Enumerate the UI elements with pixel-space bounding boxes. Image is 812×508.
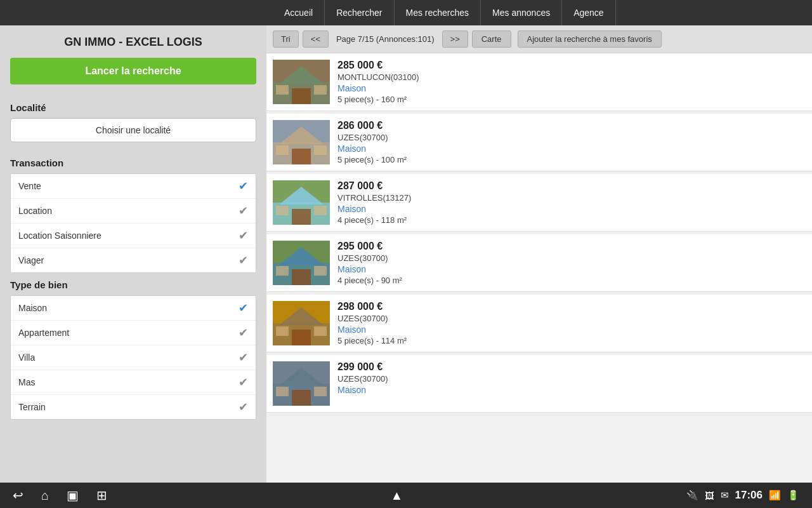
transaction-viager[interactable]: Viager ✔ bbox=[11, 248, 256, 272]
battery-icon: 🔋 bbox=[787, 490, 799, 501]
localite-button[interactable]: Choisir une localité bbox=[10, 118, 256, 142]
favoris-button[interactable]: Ajouter la recherche à mes favoris bbox=[518, 30, 662, 48]
type-villa-label: Villa bbox=[18, 352, 35, 363]
qr-icon[interactable]: ⊞ bbox=[96, 488, 107, 503]
svg-rect-15 bbox=[292, 209, 311, 225]
location-saisonniere-check-icon: ✔ bbox=[239, 229, 248, 243]
type-appartement[interactable]: Appartement ✔ bbox=[11, 321, 256, 345]
listing-location: VITROLLES(13127) bbox=[337, 193, 806, 203]
listing-type: Maison bbox=[337, 324, 806, 335]
listing-item[interactable]: 285 000 € MONTLUCON(03100) Maison 5 piec… bbox=[266, 53, 812, 111]
listing-details: 5 piece(s) - 100 m² bbox=[337, 155, 806, 164]
transaction-viager-label: Viager bbox=[18, 255, 44, 265]
type-maison-label: Maison bbox=[18, 303, 47, 313]
svg-rect-23 bbox=[314, 266, 327, 276]
svg-rect-22 bbox=[276, 266, 289, 276]
svg-rect-28 bbox=[276, 326, 289, 336]
listing-details: 5 piece(s) - 160 m² bbox=[337, 95, 806, 104]
nav-agence[interactable]: Agence bbox=[562, 0, 615, 25]
sidebar: GN IMMO - EXCEL LOGIS Lancer la recherch… bbox=[0, 25, 266, 483]
transaction-vente[interactable]: Vente ✔ bbox=[11, 174, 256, 199]
type-appartement-label: Appartement bbox=[18, 328, 69, 338]
listing-info: 299 000 € UZES(30700) Maison bbox=[337, 361, 806, 396]
villa-check-icon: ✔ bbox=[239, 351, 248, 364]
type-label: Type de bien bbox=[10, 279, 256, 290]
svg-rect-4 bbox=[276, 85, 289, 95]
listing-thumbnail bbox=[273, 301, 330, 345]
back-icon[interactable]: ↩ bbox=[13, 488, 23, 503]
prev-button[interactable]: << bbox=[303, 30, 329, 48]
listing-info: 298 000 € UZES(30700) Maison 5 piece(s) … bbox=[337, 301, 806, 345]
listing-item[interactable]: 295 000 € UZES(30700) Maison 4 piece(s) … bbox=[266, 234, 812, 292]
listing-item[interactable]: 286 000 € UZES(30700) Maison 5 piece(s) … bbox=[266, 114, 812, 171]
listings-container: 285 000 € MONTLUCON(03100) Maison 5 piec… bbox=[266, 53, 812, 483]
listing-details: 4 piece(s) - 90 m² bbox=[337, 276, 806, 285]
type-maison[interactable]: Maison ✔ bbox=[11, 296, 256, 321]
listing-type: Maison bbox=[337, 385, 806, 395]
listing-thumbnail bbox=[273, 241, 330, 285]
clock: 17:06 bbox=[735, 489, 763, 502]
bottom-nav-icons: ↩ ⌂ ▣ ⊞ bbox=[13, 488, 107, 503]
listing-details: 5 piece(s) - 114 m² bbox=[337, 336, 806, 345]
next-button[interactable]: >> bbox=[442, 30, 468, 48]
listing-type: Maison bbox=[337, 144, 806, 154]
mas-check-icon: ✔ bbox=[239, 375, 248, 389]
type-terrain[interactable]: Terrain ✔ bbox=[11, 395, 256, 419]
listing-thumbnail bbox=[273, 180, 330, 225]
nav-accueil[interactable]: Accueil bbox=[273, 0, 325, 25]
listing-price: 299 000 € bbox=[337, 361, 806, 373]
listing-location: MONTLUCON(03100) bbox=[337, 72, 806, 82]
page-info: Page 7/15 (Annonces:101) bbox=[336, 34, 435, 44]
listing-info: 286 000 € UZES(30700) Maison 5 piece(s) … bbox=[337, 120, 806, 164]
transaction-label: Transaction bbox=[10, 157, 256, 168]
listing-thumbnail bbox=[273, 60, 330, 104]
bottom-status: 🔌 🖼 ✉ 17:06 📶 🔋 bbox=[686, 489, 799, 502]
transaction-location-label: Location bbox=[18, 206, 52, 216]
listing-info: 285 000 € MONTLUCON(03100) Maison 5 piec… bbox=[337, 60, 806, 104]
svg-rect-21 bbox=[292, 269, 311, 285]
up-chevron-icon: ▲ bbox=[390, 488, 403, 503]
svg-rect-10 bbox=[276, 145, 289, 155]
nav-rechercher[interactable]: Rechercher bbox=[325, 0, 394, 25]
type-mas[interactable]: Mas ✔ bbox=[11, 370, 256, 395]
nav-mes-annonces[interactable]: Mes annonces bbox=[481, 0, 562, 25]
search-button[interactable]: Lancer la recherche bbox=[10, 58, 256, 84]
listing-price: 298 000 € bbox=[337, 301, 806, 312]
listing-item[interactable]: 299 000 € UZES(30700) Maison bbox=[266, 355, 812, 413]
tri-button[interactable]: Tri bbox=[273, 30, 299, 48]
transaction-location[interactable]: Location ✔ bbox=[11, 199, 256, 224]
localite-label: Localité bbox=[10, 102, 256, 113]
recent-apps-icon[interactable]: ▣ bbox=[67, 488, 79, 503]
nav-mes-recherches[interactable]: Mes recherches bbox=[395, 0, 481, 25]
listing-type: Maison bbox=[337, 204, 806, 214]
svg-rect-11 bbox=[314, 145, 327, 155]
listing-item[interactable]: 287 000 € VITROLLES(13127) Maison 4 piec… bbox=[266, 174, 812, 232]
listing-type: Maison bbox=[337, 83, 806, 93]
wifi-icon: 📶 bbox=[769, 490, 781, 501]
svg-rect-3 bbox=[292, 88, 311, 104]
transaction-location-saisonniere[interactable]: Location Saisonniere ✔ bbox=[11, 224, 256, 248]
listing-location: UZES(30700) bbox=[337, 374, 806, 384]
svg-rect-34 bbox=[276, 387, 289, 396]
listing-location: UZES(30700) bbox=[337, 253, 806, 263]
listing-price: 295 000 € bbox=[337, 241, 806, 252]
svg-rect-9 bbox=[292, 149, 311, 164]
svg-rect-27 bbox=[292, 330, 311, 345]
main-layout: GN IMMO - EXCEL LOGIS Lancer la recherch… bbox=[0, 25, 812, 483]
listing-item[interactable]: 298 000 € UZES(30700) Maison 5 piece(s) … bbox=[266, 295, 812, 352]
svg-rect-17 bbox=[314, 206, 327, 215]
type-villa[interactable]: Villa ✔ bbox=[11, 345, 256, 370]
appartement-check-icon: ✔ bbox=[239, 326, 248, 340]
svg-rect-29 bbox=[314, 326, 327, 336]
viager-check-icon: ✔ bbox=[239, 253, 248, 267]
home-icon[interactable]: ⌂ bbox=[41, 488, 49, 503]
listing-details: 4 piece(s) - 118 m² bbox=[337, 215, 806, 225]
content-area: Tri << Page 7/15 (Annonces:101) >> Carte… bbox=[266, 25, 812, 483]
listing-info: 295 000 € UZES(30700) Maison 4 piece(s) … bbox=[337, 241, 806, 285]
transaction-list: Vente ✔ Location ✔ Location Saisonniere … bbox=[10, 173, 256, 273]
listing-price: 286 000 € bbox=[337, 120, 806, 131]
vente-check-icon: ✔ bbox=[239, 179, 248, 193]
carte-button[interactable]: Carte bbox=[472, 30, 511, 48]
svg-rect-5 bbox=[314, 85, 327, 95]
listing-info: 287 000 € VITROLLES(13127) Maison 4 piec… bbox=[337, 180, 806, 225]
